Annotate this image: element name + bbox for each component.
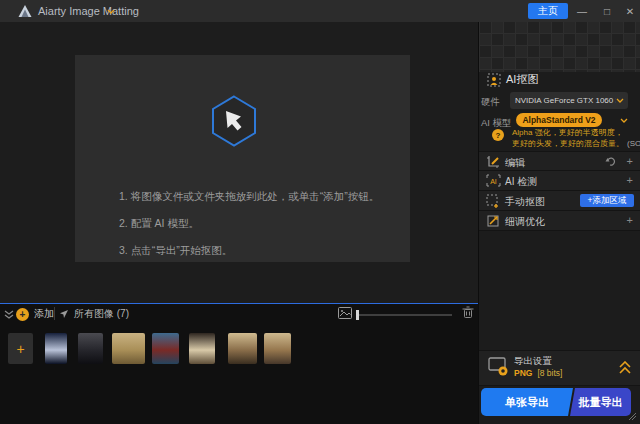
ai-matting-title: AI抠图 xyxy=(506,72,538,87)
title-dropdown-icon[interactable] xyxy=(107,9,115,14)
thumbnail[interactable] xyxy=(189,333,215,364)
minimize-button[interactable]: — xyxy=(572,0,592,22)
collapse-panel-icon[interactable] xyxy=(4,310,14,319)
model-select[interactable]: AlphaStandard V2 xyxy=(516,113,602,127)
ai-detect-icon: AI xyxy=(486,174,501,187)
add-image-tile[interactable]: + xyxy=(8,333,33,364)
chevron-down-icon xyxy=(616,98,624,103)
export-bits-value: [8 bits] xyxy=(537,368,562,378)
title-bar: Aiarty Image Matting 主页 — □ ✕ xyxy=(0,0,640,22)
add-button[interactable]: + 添加 xyxy=(16,306,54,322)
image-size-icon xyxy=(338,307,352,319)
section-ai-detect[interactable]: AI AI 检测 + xyxy=(479,171,640,191)
bottom-panel xyxy=(0,304,478,424)
thumbnail[interactable] xyxy=(228,333,257,364)
add-icon: + xyxy=(16,308,29,321)
thumbnail[interactable] xyxy=(45,333,67,364)
home-button[interactable]: 主页 xyxy=(528,3,568,19)
plus-icon[interactable]: + xyxy=(627,174,633,186)
edit-icon xyxy=(486,155,500,169)
maximize-button[interactable]: □ xyxy=(597,0,617,22)
cursor-icon xyxy=(60,309,69,319)
instruction-line-3: 3. 点击“导出”开始抠图。 xyxy=(119,244,232,258)
plus-icon[interactable]: + xyxy=(627,155,633,167)
hardware-select[interactable]: NVIDIA GeForce GTX 1060 3GB xyxy=(510,92,628,109)
close-button[interactable]: ✕ xyxy=(620,0,640,22)
add-region-button[interactable]: +添加区域 xyxy=(580,194,634,207)
hexagon-cursor-icon xyxy=(211,95,257,147)
export-settings-icon xyxy=(488,357,510,377)
undo-icon[interactable] xyxy=(605,157,616,166)
thumbnail[interactable] xyxy=(264,333,291,364)
hardware-label: 硬件 xyxy=(481,96,500,109)
thumbnail-size-slider[interactable] xyxy=(357,314,452,316)
export-format: PNG[8 bits] xyxy=(514,368,562,378)
hardware-value: NVIDIA GeForce GTX 1060 3GB xyxy=(515,96,616,105)
section-manual-matting[interactable]: 手动抠图 +添加区域 xyxy=(479,191,640,211)
app-title: Aiarty Image Matting xyxy=(38,0,139,22)
export-format-value: PNG xyxy=(514,368,532,378)
preview-checkerboard xyxy=(479,22,640,72)
add-button-label: 添加 xyxy=(34,307,54,321)
slider-handle[interactable] xyxy=(356,310,359,320)
instruction-line-1: 1. 将图像文件或文件夹拖放到此处，或单击“添加”按钮。 xyxy=(119,190,379,204)
export-settings-label: 导出设置 xyxy=(514,355,552,368)
manual-matting-icon xyxy=(486,194,500,208)
model-hint-line-1: Alpha 强化，更好的半透明度， xyxy=(512,127,623,138)
export-settings-panel[interactable]: 导出设置 PNG[8 bits] xyxy=(479,350,640,386)
delete-icon[interactable] xyxy=(462,306,474,319)
plus-icon[interactable]: + xyxy=(627,214,633,226)
thumbnail[interactable] xyxy=(112,333,145,364)
thumbnail[interactable] xyxy=(152,333,179,364)
single-export-button[interactable]: 单张导出 xyxy=(481,388,573,416)
section-edit[interactable]: 编辑 + xyxy=(479,151,640,171)
instruction-line-2: 2. 配置 AI 模型。 xyxy=(119,217,199,231)
sota-tag: (SOTA) xyxy=(627,139,640,148)
all-images-label: 所有图像 (7) xyxy=(74,307,129,321)
app-window: Aiarty Image Matting 主页 — □ ✕ 1. 将图像文件或文… xyxy=(0,0,640,424)
app-logo-icon xyxy=(18,4,32,18)
batch-export-button[interactable]: 批量导出 xyxy=(570,388,631,416)
model-hint-line-2: 更好的头发，更好的混合质量。(SOTA) xyxy=(512,138,640,149)
svg-text:AI: AI xyxy=(490,178,497,185)
resize-grip[interactable] xyxy=(628,412,637,421)
help-icon[interactable]: ? xyxy=(492,129,504,141)
thumbnail[interactable] xyxy=(78,333,103,364)
section-fine-tune[interactable]: 细调优化 + xyxy=(479,211,640,231)
collapse-export-icon[interactable] xyxy=(619,361,631,374)
model-chevron-icon[interactable] xyxy=(620,118,628,123)
ai-matting-icon xyxy=(487,73,501,87)
fine-tune-icon xyxy=(486,214,500,228)
toolbar-divider xyxy=(54,307,55,320)
all-images-tab[interactable]: 所有图像 (7) xyxy=(60,306,129,322)
